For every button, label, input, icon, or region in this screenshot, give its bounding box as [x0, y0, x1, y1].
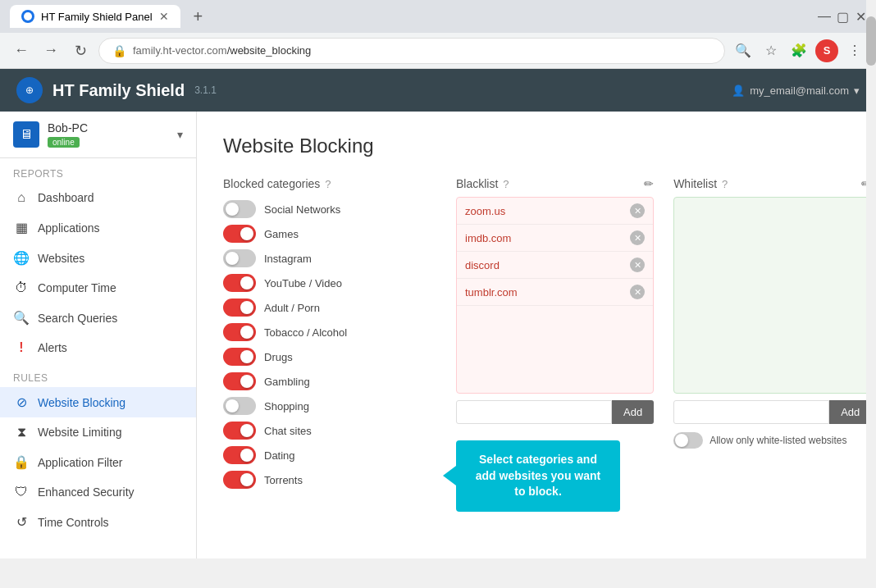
blacklist-item: imdb.com✕ [457, 225, 653, 252]
category-toggle[interactable] [223, 274, 256, 292]
category-toggle[interactable] [223, 348, 256, 366]
forward-button[interactable]: → [39, 39, 62, 62]
allow-whitelisted-toggle[interactable] [673, 432, 703, 449]
sidebar-item-website-blocking[interactable]: ⊘ Website Blocking [0, 387, 196, 417]
app-container: ⊕ HT Family Shield 3.1.1 👤 my_email@mail… [0, 69, 876, 558]
blacklist-item: zoom.us✕ [457, 198, 653, 225]
maximize-button[interactable]: ▢ [837, 11, 848, 22]
blacklist-item-url: zoom.us [465, 205, 630, 217]
blacklist-add-button[interactable]: Add [612, 400, 654, 424]
user-avatar[interactable]: S [815, 39, 838, 62]
more-options-icon[interactable]: ⋮ [843, 39, 866, 62]
blacklist-add-input[interactable] [456, 400, 612, 424]
sidebar-item-time-controls[interactable]: ↺ Time Controls [0, 507, 196, 537]
reports-section-label: Reports [0, 158, 196, 183]
whitelist-add-row: Add [673, 400, 871, 424]
sidebar: 🖥 Bob-PC online ▾ Reports ⌂ Dashboard ▦ … [0, 112, 197, 558]
category-toggle[interactable] [223, 471, 256, 489]
category-toggle[interactable] [223, 422, 256, 440]
browser-addressbar: ← → ↻ 🔒 family.ht-vector.com/website_blo… [0, 33, 876, 69]
callout-box: Select categories and add websites you w… [456, 440, 620, 512]
whitelist-header: Whitelist ? [673, 177, 728, 190]
device-selector[interactable]: 🖥 Bob-PC online ▾ [0, 112, 196, 158]
blacklist-panel: zoom.us✕imdb.com✕discord✕tumblr.com✕ [456, 197, 654, 394]
category-row: Dating [223, 446, 436, 464]
header-user[interactable]: 👤 my_email@mail.com ▾ [732, 84, 860, 97]
close-button[interactable]: ✕ [855, 11, 866, 22]
refresh-button[interactable]: ↻ [69, 39, 92, 62]
online-badge: online [48, 137, 80, 148]
category-toggle[interactable] [223, 372, 256, 390]
blacklist-item-url: tumblr.com [465, 286, 630, 299]
bookmark-icon[interactable]: ☆ [760, 39, 782, 62]
main-content: Website Blocking Blocked categories ? So… [197, 112, 876, 558]
category-label: Social Networks [264, 203, 340, 216]
category-label: Instagram [264, 253, 312, 265]
website-blocking-icon: ⊘ [13, 394, 30, 410]
applications-icon: ▦ [13, 220, 30, 235]
category-row: Drugs [223, 348, 436, 366]
address-bar[interactable]: 🔒 family.ht-vector.com/website_blocking [98, 38, 725, 64]
app-name: HT Family Shield [52, 81, 185, 100]
blacklist-item-remove[interactable]: ✕ [630, 285, 645, 299]
main-layout: 🖥 Bob-PC online ▾ Reports ⌂ Dashboard ▦ … [0, 112, 876, 558]
blacklist-help-icon[interactable]: ? [503, 178, 509, 190]
sidebar-item-application-filter[interactable]: 🔒 Application Filter [0, 447, 196, 477]
category-toggle[interactable] [223, 299, 256, 317]
category-toggle[interactable] [223, 200, 256, 218]
blacklist-column: Blacklist ? ✏ zoom.us✕imdb.com✕discord✕t… [456, 177, 654, 512]
search-queries-icon: 🔍 [13, 310, 30, 326]
minimize-button[interactable]: — [819, 11, 830, 22]
tab-favicon [21, 10, 34, 23]
sidebar-item-dashboard[interactable]: ⌂ Dashboard [0, 183, 196, 212]
category-toggle[interactable] [223, 446, 256, 464]
sidebar-item-search-queries[interactable]: 🔍 Search Queries [0, 303, 196, 333]
page-title: Website Blocking [223, 134, 850, 157]
sidebar-item-label: Websites [38, 252, 84, 265]
window-controls: — ▢ ✕ [819, 11, 866, 22]
category-toggle[interactable] [223, 225, 256, 243]
computer-time-icon: ⏱ [13, 280, 30, 295]
extensions-icon[interactable]: 🧩 [787, 39, 810, 62]
sidebar-item-computer-time[interactable]: ⏱ Computer Time [0, 273, 196, 303]
tab-close-button[interactable]: ✕ [159, 10, 169, 23]
category-toggle[interactable] [223, 397, 256, 415]
alerts-icon: ! [13, 340, 30, 355]
user-email: my_email@mail.com [750, 84, 849, 97]
dashboard-icon: ⌂ [13, 190, 30, 205]
new-tab-button[interactable]: + [187, 7, 210, 26]
sidebar-item-enhanced-security[interactable]: 🛡 Enhanced Security [0, 477, 196, 507]
category-row: Games [223, 225, 436, 243]
sidebar-item-website-limiting[interactable]: ⧗ Website Limiting [0, 417, 196, 447]
user-icon: 👤 [732, 84, 745, 97]
blacklist-item-url: discord [465, 259, 630, 271]
browser-tab[interactable]: HT Family Shield Panel ✕ [10, 5, 180, 28]
tab-title: HT Family Shield Panel [41, 11, 153, 23]
whitelist-help-icon[interactable]: ? [722, 178, 728, 190]
rules-section-label: Rules [0, 362, 196, 387]
sidebar-item-label: Time Controls [38, 516, 109, 529]
whitelist-add-button[interactable]: Add [829, 400, 871, 424]
sidebar-item-websites[interactable]: 🌐 Websites [0, 243, 196, 273]
category-label: Shopping [264, 400, 309, 413]
blacklist-item: discord✕ [457, 252, 653, 279]
scrollbar[interactable] [866, 112, 876, 558]
search-icon[interactable]: 🔍 [732, 39, 755, 62]
sidebar-item-applications[interactable]: ▦ Applications [0, 212, 196, 243]
blocking-grid: Blocked categories ? Social NetworksGame… [223, 177, 850, 512]
sidebar-item-label: Applications [38, 221, 100, 235]
back-button[interactable]: ← [10, 39, 33, 62]
category-label: Gambling [264, 376, 310, 388]
blacklist-edit-icon[interactable]: ✏ [644, 177, 654, 190]
svg-point-0 [24, 12, 32, 21]
blacklist-item-remove[interactable]: ✕ [630, 203, 645, 218]
sidebar-item-alerts[interactable]: ! Alerts [0, 333, 196, 362]
categories-header: Blocked categories ? [223, 177, 436, 190]
blacklist-item-remove[interactable]: ✕ [630, 230, 645, 245]
category-toggle[interactable] [223, 323, 256, 341]
category-toggle[interactable] [223, 249, 256, 267]
blacklist-item-url: imdb.com [465, 232, 630, 244]
blacklist-item-remove[interactable]: ✕ [630, 258, 645, 272]
categories-help-icon[interactable]: ? [325, 178, 331, 190]
whitelist-add-input[interactable] [673, 400, 829, 424]
